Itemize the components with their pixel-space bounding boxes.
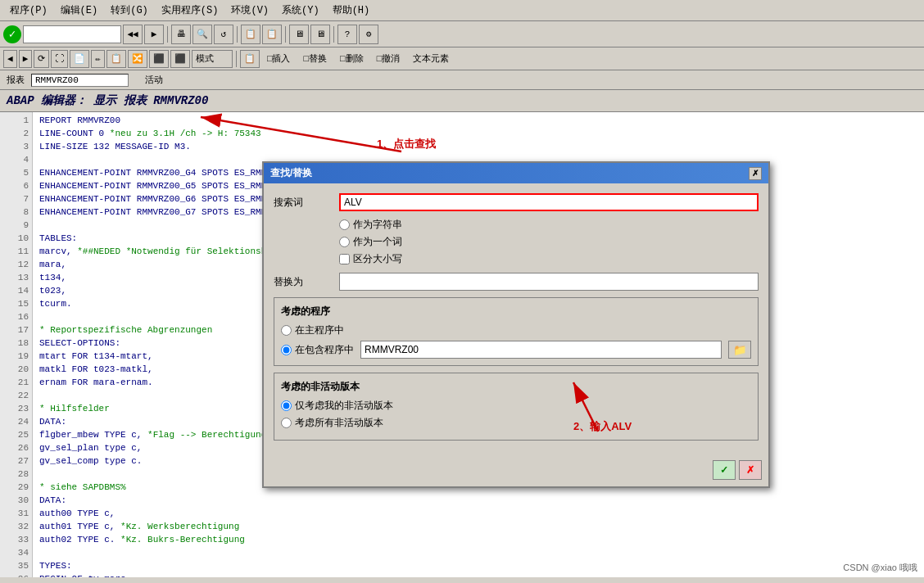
- main-content: 1234567891011121314151617181920212223242…: [0, 112, 924, 577]
- settings-btn[interactable]: ⚙: [359, 25, 378, 44]
- title-text: ABAP 编辑器： 显示 报表 RMMVRZ00: [7, 94, 208, 107]
- radio-main-label: 在主程序中: [295, 323, 344, 337]
- search-label: 搜索词: [274, 196, 339, 210]
- help-btn[interactable]: ?: [337, 25, 357, 44]
- nav-input[interactable]: [23, 25, 121, 43]
- radio-string-label: 作为字符串: [353, 218, 402, 232]
- radio-my-inactive[interactable]: [281, 400, 292, 411]
- screen2-btn[interactable]: 🖥: [310, 25, 330, 44]
- refresh-btn[interactable]: ↺: [214, 25, 233, 44]
- replace-input[interactable]: [339, 273, 759, 291]
- dialog-close-btn[interactable]: ✗: [749, 167, 762, 180]
- menu-environment[interactable]: 环境(V): [224, 2, 275, 19]
- report-label: 报表: [7, 74, 25, 86]
- report-value: RMMVRZ00: [31, 74, 129, 87]
- radio-all-inactive[interactable]: [281, 418, 292, 428]
- menu-program[interactable]: 程序(P): [3, 2, 54, 19]
- find-btn[interactable]: 🔍: [192, 25, 212, 44]
- menu-edit[interactable]: 编辑(E): [54, 2, 105, 19]
- radio-main-item: 在主程序中: [281, 323, 751, 337]
- forward-ed-btn[interactable]: ▶: [19, 50, 33, 68]
- icon7-btn[interactable]: ⬛: [149, 50, 169, 68]
- radio-word[interactable]: [339, 237, 350, 247]
- checkbox-case[interactable]: [339, 254, 350, 264]
- radio-my-inactive-item: 仅考虑我的非活动版本: [281, 399, 751, 413]
- menu-utilities[interactable]: 实用程序(S): [155, 2, 225, 19]
- status-icon: ✓: [3, 25, 21, 43]
- icon1-btn[interactable]: ⟳: [34, 50, 49, 68]
- cancel-btn[interactable]: ✗: [739, 460, 762, 480]
- replace-btn[interactable]: □替换: [297, 50, 333, 68]
- menu-system[interactable]: 系统(Y): [275, 2, 326, 19]
- line-numbers: 1234567891011121314151617181920212223242…: [0, 112, 33, 577]
- replace-row: 替换为: [274, 273, 759, 291]
- delete-btn[interactable]: □删除: [334, 50, 369, 68]
- find-replace-dialog: 查找/替换 ✗ 搜索词 作为字符串 作为一个词: [262, 161, 770, 488]
- annotation-2: 2、输入ALV: [573, 419, 632, 434]
- nav-back-btn[interactable]: ◀◀: [123, 25, 143, 44]
- checkbox-case-label: 区分大小写: [353, 252, 402, 266]
- include-input[interactable]: [360, 341, 722, 359]
- back-ed-btn[interactable]: ◀: [3, 50, 17, 68]
- radio-word-item: 作为一个词: [339, 235, 759, 249]
- radio-include-row: 在包含程序中 📁: [281, 341, 751, 359]
- screen-btn[interactable]: 🖥: [289, 25, 309, 44]
- icon2-btn[interactable]: ⛶: [51, 50, 68, 68]
- clipboard-btn[interactable]: 📋: [240, 50, 260, 68]
- watermark: CSDN @xiao 哦哦: [843, 562, 917, 574]
- radio-all-inactive-item: 考虑所有非活动版本: [281, 416, 751, 430]
- paste-btn[interactable]: 📋: [262, 25, 282, 44]
- sep3: [285, 26, 286, 43]
- menu-goto[interactable]: 转到(G): [104, 2, 155, 19]
- radio-my-inactive-label: 仅考虑我的非活动版本: [295, 399, 393, 413]
- icon8-btn[interactable]: ⬛: [170, 50, 190, 68]
- checkbox-case-item: 区分大小写: [339, 252, 759, 266]
- menu-help[interactable]: 帮助(H): [326, 2, 377, 19]
- program-section: 考虑的程序 在主程序中 在包含程序中 📁: [274, 297, 759, 366]
- replace-label: 替换为: [274, 275, 339, 289]
- dialog-title: 查找/替换: [270, 166, 312, 180]
- search-options: 作为字符串 作为一个词 区分大小写: [339, 218, 759, 266]
- nav-forward-btn[interactable]: ▶: [144, 25, 164, 44]
- undo-btn[interactable]: □撤消: [371, 50, 406, 68]
- annotation-1: 1、点击查找: [377, 137, 436, 151]
- dialog-body: 搜索词 作为字符串 作为一个词 区分大小写: [264, 183, 768, 457]
- menu-bar: 程序(P) 编辑(E) 转到(G) 实用程序(S) 环境(V) 系统(Y) 帮助…: [0, 0, 924, 21]
- text-element-btn[interactable]: 文本元素: [407, 50, 455, 68]
- icon6-btn[interactable]: 🔀: [128, 50, 147, 68]
- dialog-footer: ✓ ✗: [264, 457, 768, 486]
- main-toolbar: ✓ ◀◀ ▶ 🖶 🔍 ↺ 📋 📋 🖥 🖥 ? ⚙: [0, 21, 924, 47]
- radio-word-label: 作为一个词: [353, 235, 402, 249]
- dialog-titlebar: 查找/替换 ✗: [264, 163, 768, 183]
- editor-toolbar: ◀ ▶ ⟳ ⛶ 📄 ✏ 📋 🔀 ⬛ ⬛ 模式 📋 □插入 □替换 □删除 □撤消…: [0, 47, 924, 70]
- search-input[interactable]: [339, 193, 759, 211]
- radio-include-item: 在包含程序中: [281, 343, 354, 357]
- inactive-section-title: 考虑的非活动版本: [281, 380, 751, 394]
- sep2: [237, 26, 238, 43]
- radio-main[interactable]: [281, 325, 292, 336]
- sep5: [236, 51, 237, 67]
- include-browse-btn[interactable]: 📁: [728, 341, 751, 359]
- insert-btn[interactable]: □插入: [261, 50, 297, 68]
- radio-all-inactive-label: 考虑所有非活动版本: [295, 416, 383, 430]
- ok-btn[interactable]: ✓: [713, 460, 736, 480]
- radio-include[interactable]: [281, 345, 292, 355]
- title-bar: ABAP 编辑器： 显示 报表 RMMVRZ00: [0, 90, 924, 112]
- icon4-btn[interactable]: ✏: [91, 50, 105, 68]
- search-row: 搜索词: [274, 193, 759, 211]
- copy-btn[interactable]: 📋: [241, 25, 260, 44]
- radio-include-label: 在包含程序中: [295, 343, 354, 357]
- print-btn[interactable]: 🖶: [171, 25, 191, 44]
- sep4: [333, 26, 334, 43]
- sep1: [167, 26, 168, 43]
- status-label: 活动: [145, 74, 163, 86]
- icon3-btn[interactable]: 📄: [70, 50, 89, 68]
- icon5-btn[interactable]: 📋: [106, 50, 126, 68]
- header-bar: 报表 RMMVRZ00 活动: [0, 70, 924, 90]
- program-section-title: 考虑的程序: [281, 305, 751, 319]
- radio-string[interactable]: [339, 219, 350, 230]
- radio-string-item: 作为字符串: [339, 218, 759, 232]
- inactive-section: 考虑的非活动版本 仅考虑我的非活动版本 考虑所有非活动版本: [274, 373, 759, 441]
- pattern-btn[interactable]: 模式: [192, 50, 233, 68]
